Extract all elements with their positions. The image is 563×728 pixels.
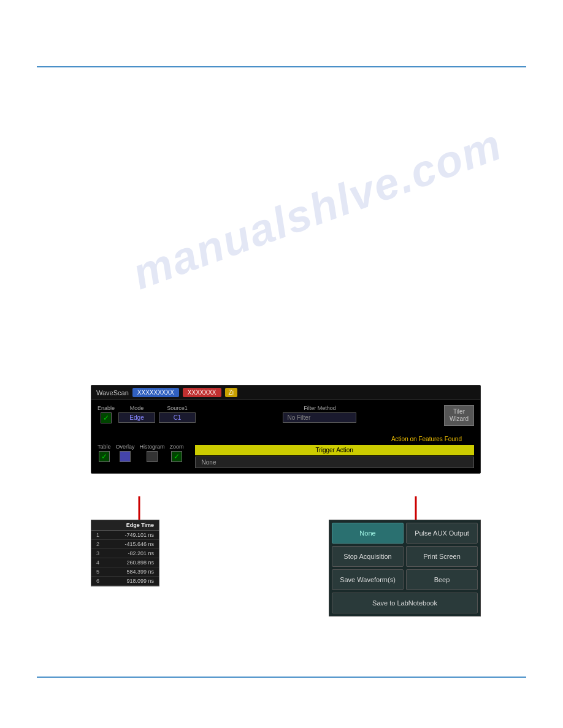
panel-title: WaveScan bbox=[96, 389, 129, 396]
table-cell-idx: 3 bbox=[91, 549, 110, 558]
table-row: 1-749.101 ns bbox=[91, 531, 159, 540]
table-checkbox[interactable]: ✓ bbox=[99, 451, 110, 462]
table-cell-value: 584.399 ns bbox=[110, 567, 159, 576]
zoom-label: Zoom bbox=[170, 444, 184, 450]
none-button[interactable]: None bbox=[195, 457, 474, 468]
overlay-box[interactable] bbox=[120, 451, 131, 462]
table-cell-value: -82.201 ns bbox=[110, 549, 159, 558]
histogram-box[interactable] bbox=[147, 451, 158, 462]
table-checkmark: ✓ bbox=[101, 452, 107, 461]
mode-group: Mode Edge bbox=[118, 405, 155, 423]
enable-group: Enable ✓ bbox=[98, 405, 115, 423]
table-group: Table ✓ bbox=[98, 444, 111, 462]
table-body: 1-749.101 ns2-415.646 ns3-82.201 ns4260.… bbox=[91, 531, 159, 586]
table-cell-value: 260.898 ns bbox=[110, 558, 159, 567]
trigger-action-area: Trigger Action None bbox=[195, 444, 474, 468]
print-screen-button[interactable]: Print Screen bbox=[406, 546, 478, 567]
overlay-group: Overlay bbox=[116, 444, 135, 462]
table-row: 6918.099 ns bbox=[91, 577, 159, 586]
table-label: Table bbox=[98, 444, 111, 450]
filter-group: Filter Method No Filter bbox=[199, 405, 440, 423]
bottom-divider-line bbox=[37, 677, 526, 678]
overlay-label: Overlay bbox=[116, 444, 135, 450]
save-labnotebook-button[interactable]: Save to LabNotebook bbox=[332, 593, 478, 613]
table-cell-idx: 4 bbox=[91, 558, 110, 567]
source1-value[interactable]: C1 bbox=[159, 412, 196, 423]
enable-checkbox[interactable]: ✓ bbox=[101, 412, 112, 423]
histogram-label: Histogram bbox=[140, 444, 165, 450]
filter-value[interactable]: No Filter bbox=[283, 412, 356, 423]
row1-controls: Enable ✓ Mode Edge Source1 C1 Filter Met… bbox=[98, 405, 474, 426]
save-waveform-button[interactable]: Save Waveform(s) bbox=[332, 569, 404, 590]
stop-acquisition-button[interactable]: Stop Acquisition bbox=[332, 546, 404, 567]
histogram-group: Histogram bbox=[140, 444, 165, 462]
mode-value[interactable]: Edge bbox=[118, 412, 155, 423]
panel-btn2[interactable]: XXXXXXX bbox=[183, 388, 221, 397]
table-header: Edge Time bbox=[91, 520, 159, 531]
panel-btn1[interactable]: XXXXXXXXX bbox=[132, 388, 179, 397]
table-cell-idx: 1 bbox=[91, 531, 110, 539]
watermark: manualshlve.com bbox=[126, 119, 508, 299]
action-grid: None Pulse AUX Output Stop Acquisition P… bbox=[332, 523, 478, 613]
enable-checkmark: ✓ bbox=[103, 414, 109, 422]
source1-group: Source1 C1 bbox=[159, 405, 196, 423]
action-buttons-panel: None Pulse AUX Output Stop Acquisition P… bbox=[329, 520, 481, 616]
panel-btn3[interactable]: Zi bbox=[225, 388, 237, 397]
zoom-checkmark: ✓ bbox=[174, 452, 180, 461]
table-cell-value: -749.101 ns bbox=[110, 531, 159, 539]
trigger-action-button[interactable]: Trigger Action bbox=[195, 445, 474, 455]
mode-label: Mode bbox=[130, 405, 144, 411]
zoom-group: Zoom ✓ bbox=[170, 444, 184, 462]
table-cell-idx: 5 bbox=[91, 567, 110, 576]
table-row: 2-415.646 ns bbox=[91, 540, 159, 549]
action-on-features-label: Action on Features Found bbox=[391, 436, 462, 442]
panel-header: WaveScan XXXXXXXXX XXXXXXX Zi bbox=[91, 385, 480, 400]
table-cell-value: 918.099 ns bbox=[110, 577, 159, 585]
table-row: 3-82.201 ns bbox=[91, 549, 159, 558]
row3-controls: Table ✓ Overlay Histogram Zoom ✓ T bbox=[98, 444, 474, 468]
tiler-wizard-button[interactable]: TilerWizard bbox=[444, 405, 474, 426]
none-action-button[interactable]: None bbox=[332, 523, 404, 544]
source1-label: Source1 bbox=[167, 405, 188, 411]
filter-label: Filter Method bbox=[304, 405, 336, 411]
table-cell-value: -415.646 ns bbox=[110, 540, 159, 548]
wavescan-panel: WaveScan XXXXXXXXX XXXXXXX Zi Enable ✓ M… bbox=[91, 385, 481, 474]
enable-label: Enable bbox=[98, 405, 115, 411]
pulse-aux-button[interactable]: Pulse AUX Output bbox=[406, 523, 478, 544]
table-cell-idx: 2 bbox=[91, 540, 110, 548]
table-row: 5584.399 ns bbox=[91, 567, 159, 577]
top-divider-line bbox=[37, 66, 526, 67]
zoom-checkbox[interactable]: ✓ bbox=[171, 451, 182, 462]
panel-content: Enable ✓ Mode Edge Source1 C1 Filter Met… bbox=[91, 400, 480, 473]
table-col-idx bbox=[91, 520, 110, 530]
tiler-group: TilerWizard bbox=[444, 405, 474, 426]
edge-time-table: Edge Time 1-749.101 ns2-415.646 ns3-82.2… bbox=[91, 520, 159, 586]
table-col-edge-time: Edge Time bbox=[110, 520, 159, 530]
table-row: 4260.898 ns bbox=[91, 558, 159, 567]
beep-button[interactable]: Beep bbox=[406, 569, 478, 590]
table-cell-idx: 6 bbox=[91, 577, 110, 585]
